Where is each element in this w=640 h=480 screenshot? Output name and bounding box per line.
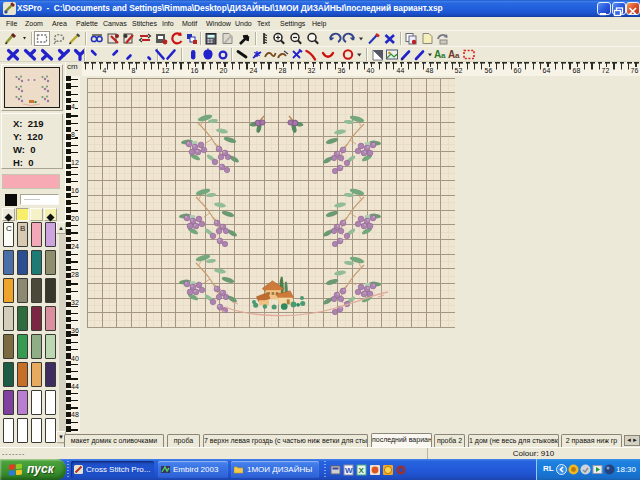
svg-text:a: a <box>455 51 460 60</box>
svg-text:W: W <box>345 466 353 475</box>
svg-text:X: X <box>359 466 365 475</box>
